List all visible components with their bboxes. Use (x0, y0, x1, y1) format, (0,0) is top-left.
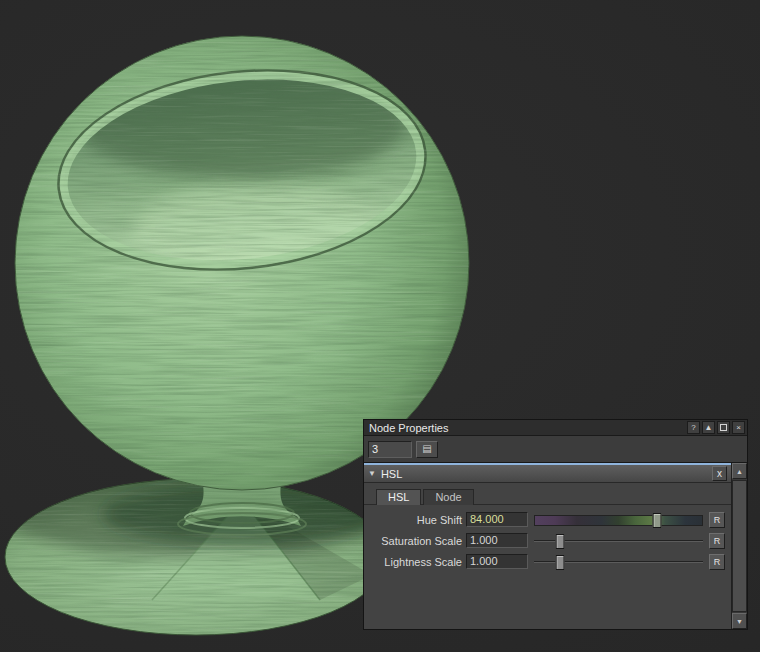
control-label: Hue Shift (364, 514, 462, 526)
control-label: Lightness Scale (364, 556, 462, 568)
reset-button[interactable]: R (709, 533, 725, 549)
saturation-value-field[interactable]: 1.000 (466, 533, 528, 548)
panel-body: ▼ HSL x HSL Node Hue Shift 84.000 (364, 462, 747, 629)
tab-hsl[interactable]: HSL (376, 489, 421, 505)
hue-shift-row: Hue Shift 84.000 R (364, 511, 727, 528)
reset-button[interactable]: R (709, 512, 725, 528)
saturation-scale-row: Saturation Scale 1.000 R (364, 532, 727, 549)
list-popup-button[interactable]: ▤ (416, 441, 438, 458)
reset-button[interactable]: R (709, 554, 725, 570)
scroll-down-button[interactable]: ▼ (732, 613, 747, 629)
saturation-slider[interactable] (532, 533, 705, 548)
hue-shift-value-field[interactable]: 84.000 (466, 512, 528, 527)
tab-bar: HSL Node (364, 483, 731, 505)
expand-triangle-icon[interactable]: ▼ (368, 469, 376, 478)
scrollbar-thumb[interactable] (732, 480, 747, 612)
hue-gradient-strip (534, 515, 703, 526)
hue-shift-slider[interactable] (532, 512, 705, 527)
close-icon[interactable]: × (732, 421, 745, 434)
lightness-scale-row: Lightness Scale 1.000 R (364, 553, 727, 570)
panel-title: Node Properties (369, 422, 685, 434)
scroll-up-button[interactable]: ▲ (732, 463, 747, 479)
panel-toolrow: ▤ (364, 436, 747, 462)
scrollbar[interactable]: ▲ ▼ (732, 463, 747, 629)
viewport: Node Properties ? ▲ × ▤ ▼ HSL x HSL Node (0, 0, 760, 652)
section-title: HSL (381, 468, 402, 480)
tab-node[interactable]: Node (423, 489, 473, 505)
section-close-button[interactable]: x (712, 466, 727, 481)
hsl-section-header[interactable]: ▼ HSL x (364, 463, 731, 483)
slider-handle[interactable] (555, 555, 564, 570)
control-label: Saturation Scale (364, 535, 462, 547)
lightness-slider[interactable] (532, 554, 705, 569)
node-index-field[interactable] (368, 441, 412, 458)
slider-handle[interactable] (652, 513, 661, 528)
control-rows: Hue Shift 84.000 R Saturation Scale 1.00… (364, 505, 731, 629)
collapse-icon[interactable]: ▲ (702, 421, 715, 434)
panel-titlebar[interactable]: Node Properties ? ▲ × (364, 420, 747, 436)
slider-handle[interactable] (555, 534, 564, 549)
lightness-value-field[interactable]: 1.000 (466, 554, 528, 569)
panel-content: ▼ HSL x HSL Node Hue Shift 84.000 (364, 463, 732, 629)
help-icon[interactable]: ? (687, 421, 700, 434)
float-window-icon[interactable] (717, 421, 730, 434)
node-properties-panel: Node Properties ? ▲ × ▤ ▼ HSL x HSL Node (363, 419, 748, 630)
